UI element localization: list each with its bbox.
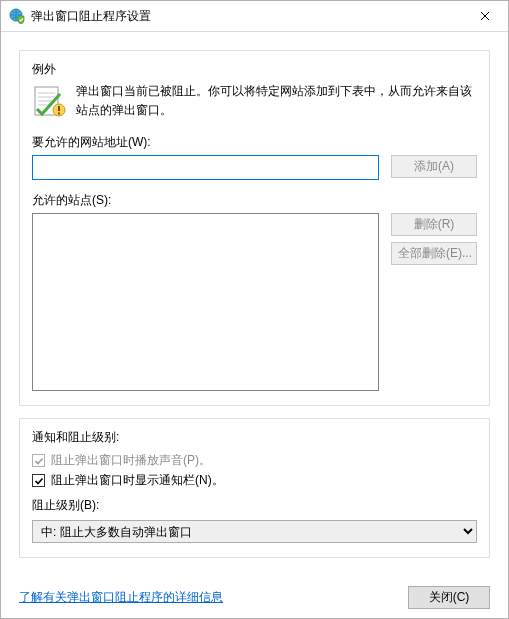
svg-rect-4 xyxy=(58,113,60,115)
window-title: 弹出窗口阻止程序设置 xyxy=(31,8,462,25)
play-sound-row: 阻止弹出窗口时播放声音(P)。 xyxy=(32,452,477,469)
dialog-footer: 了解有关弹出窗口阻止程序的详细信息 关闭(C) xyxy=(1,582,508,619)
remove-all-button[interactable]: 全部删除(E)... xyxy=(391,242,477,265)
remove-button[interactable]: 删除(R) xyxy=(391,213,477,236)
play-sound-checkbox xyxy=(32,454,45,467)
block-level-label: 阻止级别(B): xyxy=(32,497,477,514)
exceptions-group: 例外 弹出窗口当前已被阻止。你可以将特定网站添加到下表中，从而允许来自该站点的弹… xyxy=(19,50,490,406)
svg-rect-3 xyxy=(58,106,60,111)
exceptions-description: 弹出窗口当前已被阻止。你可以将特定网站添加到下表中，从而允许来自该站点的弹出窗口… xyxy=(76,82,477,120)
exceptions-legend: 例外 xyxy=(32,61,477,78)
show-bar-row: 阻止弹出窗口时显示通知栏(N)。 xyxy=(32,472,477,489)
allowed-sites-label: 允许的站点(S): xyxy=(32,192,477,209)
address-input[interactable] xyxy=(32,155,379,180)
title-bar: 弹出窗口阻止程序设置 xyxy=(1,1,508,32)
close-icon xyxy=(480,8,490,24)
play-sound-label: 阻止弹出窗口时播放声音(P)。 xyxy=(51,452,211,469)
globe-shield-icon xyxy=(9,8,25,24)
add-button[interactable]: 添加(A) xyxy=(391,155,477,178)
show-bar-checkbox[interactable] xyxy=(32,474,45,487)
note-exclaim-icon xyxy=(32,84,66,118)
notify-level-legend: 通知和阻止级别: xyxy=(32,429,477,446)
address-label: 要允许的网站地址(W): xyxy=(32,134,477,151)
learn-more-link[interactable]: 了解有关弹出窗口阻止程序的详细信息 xyxy=(19,589,223,606)
window-close-button[interactable] xyxy=(462,1,508,32)
show-bar-label: 阻止弹出窗口时显示通知栏(N)。 xyxy=(51,472,224,489)
close-button[interactable]: 关闭(C) xyxy=(408,586,490,609)
block-level-select[interactable]: 中: 阻止大多数自动弹出窗口 xyxy=(32,520,477,543)
dialog-content: 例外 弹出窗口当前已被阻止。你可以将特定网站添加到下表中，从而允许来自该站点的弹… xyxy=(1,32,508,582)
notify-level-group: 通知和阻止级别: 阻止弹出窗口时播放声音(P)。 阻止弹出窗口时显示通知栏(N)… xyxy=(19,418,490,558)
allowed-sites-list[interactable] xyxy=(32,213,379,391)
